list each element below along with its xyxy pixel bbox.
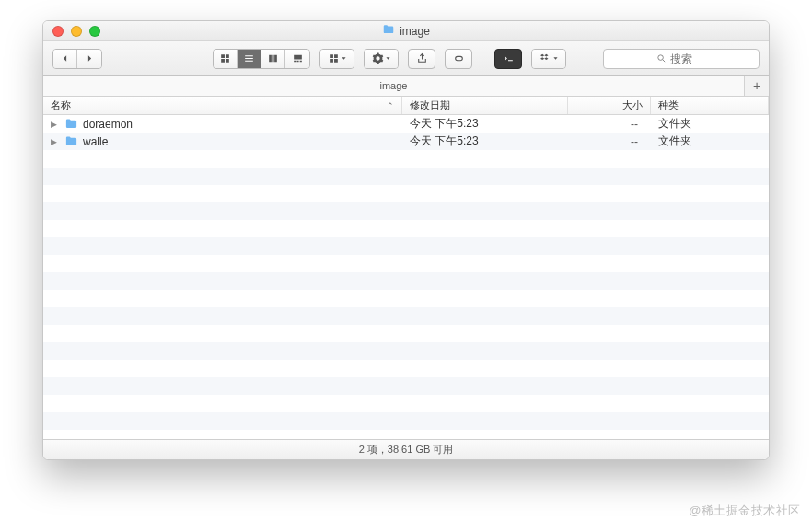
file-kind: 文件夹 <box>651 133 769 149</box>
disclosure-triangle-icon[interactable]: ▶ <box>51 137 60 146</box>
filler <box>43 150 769 430</box>
tab-image[interactable]: image <box>43 76 745 96</box>
col-size[interactable]: 大小 <box>568 97 651 114</box>
action-button[interactable] <box>365 50 398 68</box>
view-gallery-button[interactable] <box>285 50 309 68</box>
nav-buttons <box>52 49 102 69</box>
file-list: ▶ doraemon 今天 下午5:23 -- 文件夹 ▶ walle 今天 下… <box>43 115 769 439</box>
file-kind: 文件夹 <box>651 116 769 132</box>
status-bar: 2 项，38.61 GB 可用 <box>43 439 769 459</box>
dropbox-button[interactable] <box>532 50 565 68</box>
file-name: doraemon <box>83 118 133 131</box>
sort-caret-icon: ⌃ <box>387 101 394 110</box>
view-icons-button[interactable] <box>214 50 238 68</box>
view-columns-button[interactable] <box>261 50 285 68</box>
titlebar: image <box>43 21 769 41</box>
view-list-button[interactable] <box>238 50 261 68</box>
terminal-button[interactable] <box>494 49 522 69</box>
watermark: @稀土掘金技术社区 <box>689 503 801 519</box>
toolbar <box>43 41 769 76</box>
folder-icon <box>64 117 78 131</box>
column-headers: 名称 ⌃ 修改日期 大小 种类 <box>43 97 769 115</box>
window-title-text: image <box>400 25 430 38</box>
tab-bar: image + <box>43 76 769 97</box>
file-size: -- <box>568 118 651 131</box>
forward-button[interactable] <box>77 50 101 68</box>
arrange-button[interactable] <box>320 50 354 68</box>
traffic-lights <box>43 26 100 37</box>
disclosure-triangle-icon[interactable]: ▶ <box>51 120 60 129</box>
new-tab-button[interactable]: + <box>745 76 769 96</box>
minimize-button[interactable] <box>71 26 82 37</box>
col-date[interactable]: 修改日期 <box>402 97 568 114</box>
dropbox-group <box>531 49 566 69</box>
search-field[interactable] <box>603 49 760 69</box>
close-button[interactable] <box>52 26 64 37</box>
action-group <box>364 49 399 69</box>
arrange-group <box>319 49 354 69</box>
share-button[interactable] <box>408 49 435 69</box>
table-row[interactable]: ▶ walle 今天 下午5:23 -- 文件夹 <box>43 133 769 150</box>
table-row[interactable]: ▶ doraemon 今天 下午5:23 -- 文件夹 <box>43 115 769 133</box>
folder-icon <box>64 134 78 148</box>
status-text: 2 项，38.61 GB 可用 <box>359 443 454 457</box>
col-kind[interactable]: 种类 <box>651 97 769 114</box>
search-input[interactable] <box>670 52 707 65</box>
tags-button[interactable] <box>445 49 472 69</box>
window-title: image <box>43 23 769 39</box>
file-name: walle <box>83 135 108 148</box>
search-icon <box>656 53 667 64</box>
file-size: -- <box>568 135 651 148</box>
back-button[interactable] <box>53 50 77 68</box>
view-switcher <box>213 49 310 69</box>
file-date: 今天 下午5:23 <box>402 133 568 149</box>
file-date: 今天 下午5:23 <box>402 116 568 132</box>
finder-window: image <box>42 20 770 460</box>
col-name-label: 名称 <box>51 98 71 112</box>
svg-point-1 <box>657 55 663 61</box>
svg-rect-0 <box>455 56 462 60</box>
folder-icon <box>382 23 395 39</box>
col-name[interactable]: 名称 ⌃ <box>43 97 402 114</box>
zoom-button[interactable] <box>89 26 100 37</box>
